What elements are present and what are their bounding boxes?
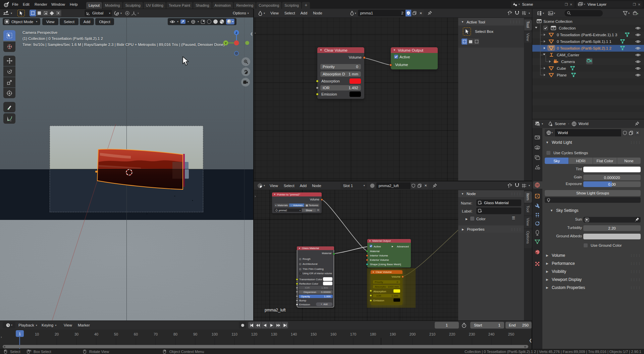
- svg-text:40: 40: [94, 332, 98, 336]
- svg-text:100: 100: [212, 332, 218, 336]
- svg-text:50: 50: [114, 332, 118, 336]
- svg-text:200: 200: [410, 332, 416, 336]
- svg-text:150: 150: [311, 332, 317, 336]
- svg-text:70: 70: [154, 332, 158, 336]
- svg-text:140: 140: [291, 332, 297, 336]
- svg-text:Collection: Collection: [559, 26, 576, 30]
- svg-text:Z: Z: [235, 31, 237, 35]
- svg-text:Plane: Plane: [557, 73, 567, 77]
- svg-text:Y: Y: [225, 42, 227, 45]
- svg-text:›: ›: [1, 335, 2, 339]
- svg-text:1: 1: [19, 332, 21, 336]
- svg-text:80: 80: [173, 332, 177, 336]
- svg-text:60: 60: [134, 332, 138, 336]
- svg-text:190: 190: [390, 332, 396, 336]
- svg-text:90: 90: [193, 332, 197, 336]
- svg-text:Camera: Camera: [561, 60, 575, 64]
- svg-text:160: 160: [330, 332, 336, 336]
- svg-text:240: 240: [488, 332, 494, 336]
- svg-text:10: 10: [35, 332, 39, 336]
- svg-text:0 Tessellation (Part6-Split.2): 0 Tessellation (Part6-Split.2).1 2: [557, 46, 611, 50]
- svg-text:0 Tessellation (Part6-Extrude.: 0 Tessellation (Part6-Extrude.1).1 3: [557, 33, 617, 37]
- svg-text:130: 130: [271, 332, 277, 336]
- svg-text:Scene Collection: Scene Collection: [543, 19, 572, 23]
- svg-text:170: 170: [350, 332, 356, 336]
- svg-text:230: 230: [469, 332, 475, 336]
- svg-text:110: 110: [231, 332, 237, 336]
- svg-text:20: 20: [55, 332, 59, 336]
- svg-text:210: 210: [429, 332, 435, 336]
- svg-text:30: 30: [74, 332, 78, 336]
- svg-text:180: 180: [370, 332, 376, 336]
- svg-text:0 Tessellation (Part6-Split.1): 0 Tessellation (Part6-Split.1).1 1: [557, 40, 611, 44]
- svg-text:250: 250: [508, 332, 514, 336]
- svg-text:120: 120: [251, 332, 257, 336]
- svg-text:Cube: Cube: [557, 66, 566, 70]
- svg-text:CAM_Carrier: CAM_Carrier: [557, 53, 579, 57]
- svg-text:220: 220: [449, 332, 455, 336]
